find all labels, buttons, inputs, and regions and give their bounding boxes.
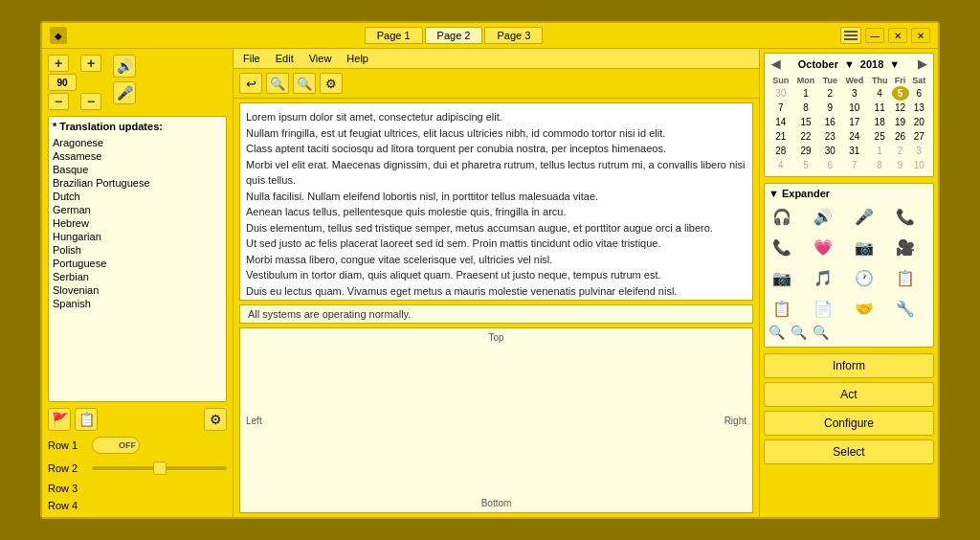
mic-button[interactable]: 🎤 <box>113 81 136 104</box>
cal-day[interactable]: 2 <box>819 86 841 101</box>
cal-day[interactable]: 14 <box>768 115 792 129</box>
cal-day[interactable]: 7 <box>768 101 792 115</box>
cal-day[interactable]: 31 <box>841 144 868 158</box>
copy-icon[interactable]: 📋 <box>75 408 98 431</box>
list-item[interactable]: Serbian <box>53 270 222 283</box>
calendar-prev[interactable]: ◀ <box>768 57 783 71</box>
close-button[interactable]: ✕ <box>911 28 930 43</box>
phone-add-icon[interactable]: 📞 <box>892 203 919 230</box>
cal-day[interactable]: 27 <box>909 129 929 144</box>
cal-day[interactable]: 16 <box>819 115 841 129</box>
music-icon[interactable]: 🎵 <box>810 264 836 291</box>
list-item[interactable]: German <box>53 203 222 216</box>
cal-day[interactable]: 1 <box>792 86 818 101</box>
cal-day[interactable]: 7 <box>841 158 868 172</box>
cal-day[interactable]: 19 <box>892 115 909 129</box>
cal-day[interactable]: 30 <box>768 86 792 101</box>
tab-page3[interactable]: Page 3 <box>484 27 543 44</box>
toolbar-btn-back[interactable]: ↩ <box>239 73 262 94</box>
cal-day-today[interactable]: 5 <box>892 86 909 101</box>
cal-day[interactable]: 2 <box>892 144 909 158</box>
list-item[interactable]: Brazilian Portuguese <box>53 176 222 190</box>
zoom-out-button2[interactable]: − <box>80 93 101 110</box>
menu-help[interactable]: Help <box>345 52 370 65</box>
restore-button[interactable]: ✕ <box>888 28 907 43</box>
zoom-in-button[interactable]: + <box>48 55 69 72</box>
zoom-in-icon[interactable]: 🔍 <box>768 325 785 340</box>
list-item[interactable]: Polish <box>53 243 222 257</box>
cal-day[interactable]: 18 <box>868 115 892 129</box>
wrench-icon[interactable]: 🔧 <box>892 295 919 322</box>
cal-day[interactable]: 26 <box>892 129 909 144</box>
cal-day[interactable]: 8 <box>792 101 818 115</box>
cal-day[interactable]: 12 <box>892 101 909 115</box>
list-item[interactable]: Assamese <box>53 149 222 163</box>
cal-day[interactable]: 10 <box>909 158 929 172</box>
list-item[interactable]: Hebrew <box>53 216 222 230</box>
toolbar-btn-search1[interactable]: 🔍 <box>266 73 289 94</box>
list-item[interactable]: Aragonese <box>53 136 222 149</box>
cal-day[interactable]: 1 <box>868 144 892 158</box>
mic-icon[interactable]: 🎤 <box>851 203 878 230</box>
cal-day[interactable]: 17 <box>841 115 868 129</box>
list-item[interactable]: Dutch <box>53 190 222 203</box>
flag-icon[interactable]: 🚩 <box>48 408 71 431</box>
zoom-out-icon[interactable]: 🔍 <box>791 325 807 340</box>
cal-day[interactable]: 5 <box>792 158 818 172</box>
inform-button[interactable]: Inform <box>764 353 934 378</box>
camera2-icon[interactable]: 📷 <box>768 264 795 291</box>
note-icon[interactable]: 📄 <box>810 295 836 322</box>
expander-title[interactable]: ▼ Expander <box>768 188 929 199</box>
cal-day[interactable]: 24 <box>841 129 868 144</box>
cal-day[interactable]: 21 <box>768 129 792 144</box>
phone-icon[interactable]: 📞 <box>768 234 795 260</box>
video-icon[interactable]: 🎥 <box>892 234 919 260</box>
cal-day[interactable]: 13 <box>909 101 929 115</box>
cal-day[interactable]: 22 <box>792 129 818 144</box>
tab-page1[interactable]: Page 1 <box>365 27 423 44</box>
cal-day[interactable]: 25 <box>868 129 892 144</box>
list-item[interactable]: Basque <box>53 163 222 176</box>
cal-day[interactable]: 9 <box>892 158 909 172</box>
calendar-next[interactable]: ▶ <box>915 57 929 71</box>
document-icon[interactable]: 📋 <box>768 295 795 322</box>
cal-day[interactable]: 20 <box>909 115 929 129</box>
menu-view[interactable]: View <box>307 52 334 65</box>
menu-icon[interactable] <box>840 27 861 44</box>
list-item[interactable]: Spanish <box>53 297 222 310</box>
cal-day[interactable]: 8 <box>868 158 892 172</box>
headphones-icon[interactable]: 🎧 <box>768 203 795 230</box>
camera-icon[interactable]: 📷 <box>851 234 878 260</box>
toolbar-btn-search2[interactable]: 🔍 <box>293 73 316 94</box>
list-item[interactable]: Portuguese <box>53 257 222 270</box>
toolbar-btn-settings[interactable]: ⚙ <box>320 73 343 94</box>
cal-day[interactable]: 3 <box>841 86 868 101</box>
zoom-in-button2[interactable]: + <box>80 55 101 72</box>
cal-day[interactable]: 4 <box>768 158 792 172</box>
cal-day[interactable]: 6 <box>909 86 929 101</box>
handshake-icon[interactable]: 🤝 <box>851 295 878 322</box>
menu-file[interactable]: File <box>241 52 262 65</box>
cal-day[interactable]: 23 <box>819 129 841 144</box>
cal-day[interactable]: 6 <box>819 158 841 172</box>
cal-day[interactable]: 28 <box>768 144 792 158</box>
configure-button[interactable]: Configure <box>764 411 934 436</box>
tab-page2[interactable]: Page 2 <box>425 27 483 44</box>
minimize-button[interactable]: — <box>865 28 884 43</box>
sound-button[interactable]: 🔊 <box>113 55 136 78</box>
row-2-slider[interactable] <box>92 460 227 477</box>
settings-icon[interactable]: ⚙ <box>204 408 227 431</box>
clipboard-icon[interactable]: 📋 <box>892 264 919 291</box>
cal-day[interactable]: 3 <box>909 144 929 158</box>
cal-day[interactable]: 11 <box>868 101 892 115</box>
row-1-toggle[interactable]: OFF <box>92 437 140 454</box>
menu-edit[interactable]: Edit <box>274 52 296 65</box>
heart-icon[interactable]: 💗 <box>810 234 836 260</box>
clock-icon[interactable]: 🕐 <box>851 264 878 291</box>
zoom-out-button[interactable]: − <box>48 93 69 110</box>
speaker-icon[interactable]: 🔊 <box>810 203 836 230</box>
cal-day[interactable]: 10 <box>841 101 868 115</box>
cal-day[interactable]: 30 <box>819 144 841 158</box>
cal-day[interactable]: 9 <box>819 101 841 115</box>
zoom-fit-icon[interactable]: 🔍 <box>813 325 829 340</box>
